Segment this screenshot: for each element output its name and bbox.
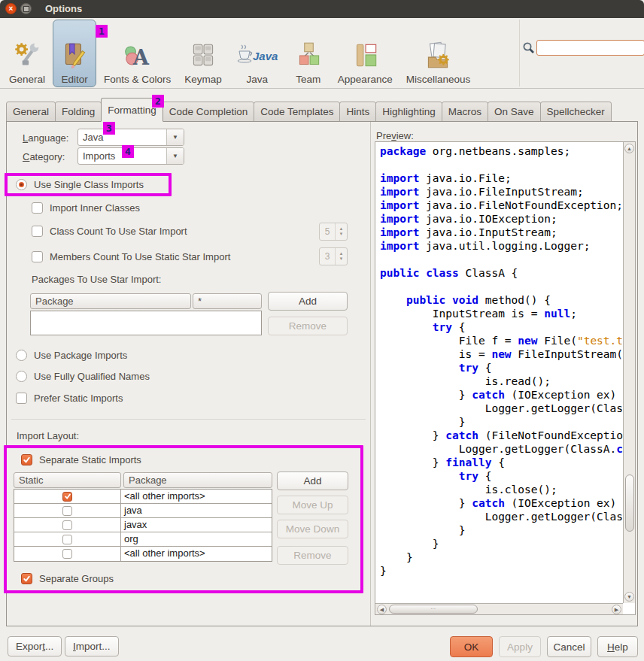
use-fully-qualified-radio[interactable] (16, 371, 27, 382)
preview-code: package org.netbeans.samples; import jav… (375, 142, 623, 603)
category-team[interactable]: Team (287, 20, 330, 87)
spinner-up-icon[interactable]: ▲ (339, 251, 344, 256)
language-dropdown-button[interactable]: ▼ (166, 129, 184, 145)
vertical-scroll-thumb[interactable] (625, 475, 634, 532)
category-label: Keymap (184, 74, 222, 85)
use-fully-qualified-label: Use Fully Qualified Names (34, 371, 150, 382)
import-inner-classes-checkbox[interactable] (32, 202, 43, 214)
code-line: import java.util.logging.Logger; (380, 239, 623, 253)
star-import-table[interactable] (30, 311, 262, 335)
prefer-static-imports-checkbox[interactable] (16, 393, 27, 404)
tab-general[interactable]: General (6, 102, 56, 122)
category-editor[interactable]: Editor (53, 20, 96, 87)
spinner-down-icon[interactable]: ▼ (339, 256, 344, 262)
star-remove-button[interactable]: Remove (268, 317, 348, 335)
category-java[interactable]: JavaJava (229, 20, 285, 87)
editor-tabstrip: GeneralFoldingFormattingCode CompletionC… (6, 98, 639, 122)
tab-hints[interactable]: Hints (339, 102, 376, 122)
annotation-marker-3: 3 (103, 122, 115, 135)
vertical-scrollbar[interactable]: ▲ ▼ (623, 142, 635, 603)
language-select[interactable]: Java ▼ (77, 129, 184, 146)
cancel-button[interactable]: Cancel (547, 636, 591, 657)
code-line: } (380, 537, 623, 550)
spinner-arrows[interactable]: ▲▼ (335, 248, 347, 265)
code-line: } catch (FileNotFoundException ex) { (380, 429, 623, 442)
annotation-marker-2: 2 (152, 95, 164, 108)
code-line: import java.io.FileInputStream; (380, 185, 623, 199)
star-table-header-package[interactable]: Package (30, 293, 191, 309)
tab-macros[interactable]: Macros (442, 102, 488, 122)
import-layout-label: Import Layout: (17, 430, 79, 441)
star-add-button[interactable]: Add (268, 292, 348, 311)
code-line: Logger.getLogger(ClassA.class.getName())… (380, 510, 623, 523)
language-label: Language: (23, 132, 68, 144)
code-line: is.close(); (380, 483, 623, 496)
category-keymap[interactable]: Keymap (178, 20, 228, 87)
import-button[interactable]: Import... (65, 636, 119, 656)
appearance-layout-icon (349, 34, 381, 71)
code-line: import java.io.InputStream; (380, 226, 623, 239)
panel-divider (370, 122, 371, 626)
chevron-down-icon: ▼ (172, 153, 178, 159)
editor-book-pencil-icon (59, 34, 90, 71)
scroll-up-icon[interactable]: ▲ (624, 144, 634, 153)
horizontal-scrollbar[interactable]: ◀ ⋯ ▶ (375, 603, 623, 614)
spinner-arrows[interactable]: ▲▼ (335, 223, 347, 240)
members-count-spinner[interactable]: 3 ▲▼ (319, 247, 348, 265)
category-label: Editor (61, 74, 87, 85)
category-general[interactable]: General (3, 20, 51, 87)
titlebar: × Options (0, 0, 644, 18)
code-line: import java.io.File; (380, 171, 623, 185)
svg-text:A: A (132, 45, 149, 69)
class-count-spinner[interactable]: 5 ▲▼ (319, 223, 348, 241)
svg-text:Java: Java (253, 50, 278, 62)
options-dialog: × Options GeneralEditorAFonts & ColorsKe… (0, 0, 644, 661)
tab-highlighting[interactable]: Highlighting (375, 102, 442, 122)
search-input[interactable] (536, 40, 644, 56)
members-count-checkbox[interactable] (32, 251, 43, 262)
tab-on-save[interactable]: On Save (488, 102, 541, 122)
category-fonts-colors[interactable]: AFonts & Colors (98, 20, 177, 87)
category-label: Java (247, 74, 269, 85)
code-line: try { (380, 469, 623, 483)
use-package-imports-label: Use Package Imports (34, 350, 127, 361)
tab-folding[interactable]: Folding (55, 102, 102, 122)
help-button[interactable]: Help (597, 636, 638, 657)
window-close-icon[interactable]: × (5, 3, 17, 14)
use-package-imports-radio[interactable] (16, 350, 27, 361)
star-table-header-star[interactable]: * (193, 293, 262, 309)
spinner-up-icon[interactable]: ▲ (339, 226, 344, 232)
tab-spellchecker[interactable]: Spellchecker (540, 102, 612, 122)
apply-button[interactable]: Apply (499, 636, 541, 657)
prefer-static-imports-label: Prefer Static Imports (34, 393, 123, 404)
tab-code-completion[interactable]: Code Completion (163, 102, 254, 122)
members-count-label: Members Count To Use Static Star Import (50, 251, 230, 262)
scroll-right-icon[interactable]: ▶ (612, 605, 621, 614)
category-dropdown-button[interactable]: ▼ (166, 148, 184, 164)
code-line: is.read(); (380, 374, 623, 388)
annotation-marker-1: 1 (96, 25, 108, 38)
code-line: } finally { (380, 456, 623, 469)
code-line: public void method() { (380, 293, 623, 307)
gears-wrench-icon (11, 34, 43, 71)
code-line (380, 158, 623, 171)
scroll-left-icon[interactable]: ◀ (377, 605, 387, 614)
class-count-checkbox[interactable] (32, 226, 43, 237)
horizontal-scroll-thumb[interactable]: ⋯ (389, 605, 478, 614)
class-count-value: 5 (320, 223, 335, 240)
fonts-colors-icon: A (122, 34, 153, 71)
category-miscellaneous[interactable]: Miscellaneous (400, 20, 477, 87)
category-label: Miscellaneous (406, 74, 471, 85)
tab-code-templates[interactable]: Code Templates (254, 102, 340, 122)
code-line: Logger.getLogger(ClassA.class.getName())… (380, 442, 623, 456)
code-line: } catch (IOException ex) { (380, 496, 623, 510)
code-line: package org.netbeans.samples; (380, 144, 623, 158)
annotation-marker-4: 4 (122, 145, 134, 158)
category-appearance[interactable]: Appearance (332, 20, 399, 87)
spinner-down-icon[interactable]: ▼ (339, 232, 344, 237)
ok-button[interactable]: OK (450, 636, 493, 657)
window-unmaximize-icon[interactable] (20, 3, 32, 14)
export-button[interactable]: Export... (8, 636, 62, 656)
code-line: File f = new File("test.txt"); (380, 334, 623, 347)
scroll-down-icon[interactable]: ▼ (624, 592, 634, 602)
